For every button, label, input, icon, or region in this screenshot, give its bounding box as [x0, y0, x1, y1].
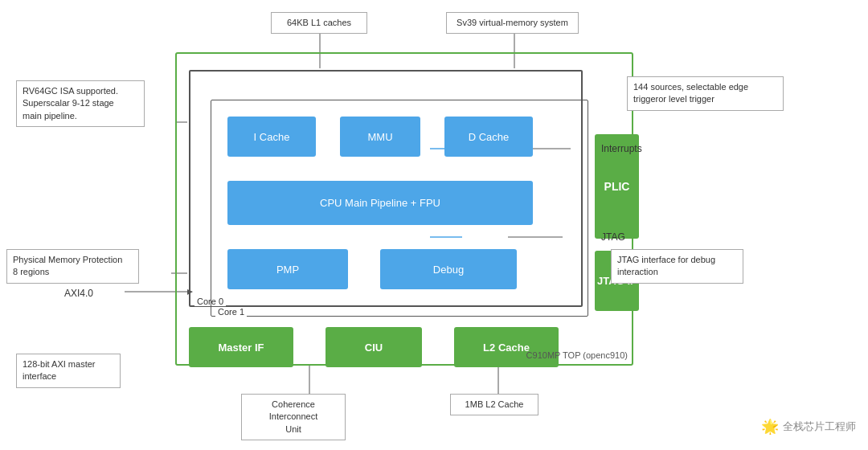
dcache-block: D Cache	[444, 117, 533, 157]
ciu-block: CIU	[326, 327, 422, 367]
mmu-block: MMU	[340, 117, 420, 157]
debug-block: Debug	[380, 249, 517, 289]
l2-cache-size-annotation: 1MB L2 Cache	[450, 394, 538, 415]
axi-master-annotation: 128-bit AXI master interface	[16, 354, 121, 388]
main-chip-box: Core 0 Core 1 I Cache MMU D Cache	[175, 52, 633, 366]
pmp-annotation: Physical Memory Protection 8 regions	[6, 249, 139, 284]
axi40-label: AXI4.0	[64, 288, 93, 299]
jtag-desc-annotation: JTAG interface for debug interaction	[611, 249, 743, 284]
sv39-annotation: Sv39 virtual-memory system	[446, 12, 579, 34]
core0-box: Core 0 Core 1 I Cache MMU D Cache	[189, 70, 583, 307]
l1-cache-annotation: 64KB L1 caches	[271, 12, 367, 34]
diagram-container: Core 0 Core 1 I Cache MMU D Cache	[0, 0, 868, 450]
pmp-block: PMP	[227, 249, 348, 289]
plic-sources-annotation: 144 sources, selectable edge triggeror l…	[627, 76, 784, 111]
interrupts-label: Interrupts	[601, 143, 642, 154]
isa-annotation: RV64GC ISA supported. Superscalar 9-12 s…	[16, 80, 145, 127]
coherence-annotation: Coherence Interconnect Unit	[241, 394, 346, 440]
icache-block: I Cache	[227, 117, 316, 157]
master-if-block: Master IF	[189, 327, 293, 367]
l2cache-block: L2 Cache	[454, 327, 559, 367]
core1-box: Core 1 I Cache MMU D Cache CPU Main Pipe…	[211, 100, 588, 317]
cpu-pipeline-block: CPU Main Pipeline + FPU	[227, 181, 533, 225]
watermark: 🌟 全栈芯片工程师	[761, 418, 856, 436]
c910mp-label: C910MP TOP (openc910)	[526, 350, 628, 360]
jtag-label: JTAG	[601, 231, 625, 243]
core1-label: Core 1	[215, 307, 247, 317]
